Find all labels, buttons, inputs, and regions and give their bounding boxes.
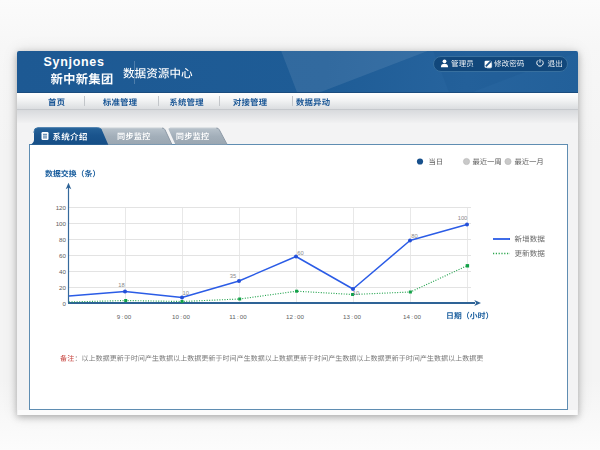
svg-text:10 : 00: 10 : 00: [172, 313, 191, 320]
svg-text:10: 10: [353, 290, 359, 296]
svg-text:9 : 00: 9 : 00: [117, 313, 132, 320]
svg-text:35: 35: [230, 273, 236, 279]
svg-text:14 : 00: 14 : 00: [403, 313, 422, 320]
svg-text:100: 100: [56, 220, 67, 227]
svg-text:11 : 00: 11 : 00: [229, 313, 247, 320]
svg-text:13 : 00: 13 : 00: [343, 313, 362, 320]
svg-text:120: 120: [56, 204, 67, 211]
svg-text:18: 18: [118, 282, 124, 288]
svg-text:80: 80: [411, 233, 417, 239]
svg-text:60: 60: [59, 252, 66, 259]
svg-text:60: 60: [297, 250, 303, 256]
svg-text:80: 80: [59, 236, 66, 243]
svg-text:100: 100: [458, 215, 468, 221]
svg-text:10: 10: [182, 290, 188, 296]
svg-text:40: 40: [59, 268, 66, 275]
svg-text:20: 20: [59, 284, 66, 291]
svg-text:12 : 00: 12 : 00: [286, 313, 305, 320]
svg-text:0: 0: [63, 300, 67, 307]
